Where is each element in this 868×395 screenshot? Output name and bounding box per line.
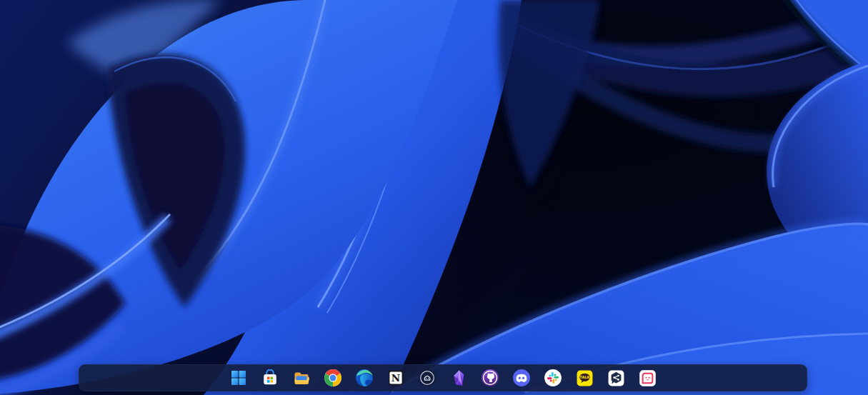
edge-icon bbox=[355, 369, 374, 387]
folder-icon bbox=[293, 369, 310, 386]
kakaotalk-icon: TALK bbox=[576, 369, 594, 387]
svg-text:TALK: TALK bbox=[579, 375, 590, 379]
notion-icon: N bbox=[387, 369, 404, 386]
microsoft-store-icon bbox=[261, 369, 279, 386]
start-button[interactable] bbox=[224, 366, 253, 390]
wallpaper-image bbox=[0, 0, 868, 395]
hexagon-share-bubble-icon bbox=[607, 369, 625, 387]
github-desktop-button[interactable] bbox=[476, 366, 504, 390]
slack-button[interactable] bbox=[539, 366, 567, 390]
file-explorer-button[interactable] bbox=[287, 366, 316, 390]
obsidian-button[interactable] bbox=[444, 366, 473, 390]
notion-button[interactable]: N bbox=[381, 366, 410, 390]
chrome-button[interactable] bbox=[319, 366, 347, 390]
ghost-circle-app-button[interactable] bbox=[413, 366, 442, 390]
edge-button[interactable] bbox=[350, 366, 379, 390]
microsoft-store-button[interactable] bbox=[256, 366, 284, 390]
windows-start-icon bbox=[230, 369, 247, 386]
chrome-icon bbox=[324, 369, 342, 387]
red-bubble-chat-app-button[interactable] bbox=[633, 366, 662, 390]
github-octocat-icon bbox=[481, 369, 499, 387]
slack-icon bbox=[544, 369, 562, 387]
obsidian-crystal-icon bbox=[450, 369, 468, 387]
red-loop-bubble-icon bbox=[639, 369, 657, 387]
taskbar: N bbox=[79, 364, 807, 391]
discord-button[interactable] bbox=[507, 366, 536, 390]
kakaotalk-button[interactable]: TALK bbox=[570, 366, 599, 390]
hex-share-chat-app-button[interactable] bbox=[602, 366, 630, 390]
desktop[interactable]: N bbox=[0, 0, 868, 395]
discord-icon bbox=[512, 369, 531, 387]
svg-text:N: N bbox=[391, 372, 400, 384]
ghost-face-icon bbox=[418, 369, 437, 387]
